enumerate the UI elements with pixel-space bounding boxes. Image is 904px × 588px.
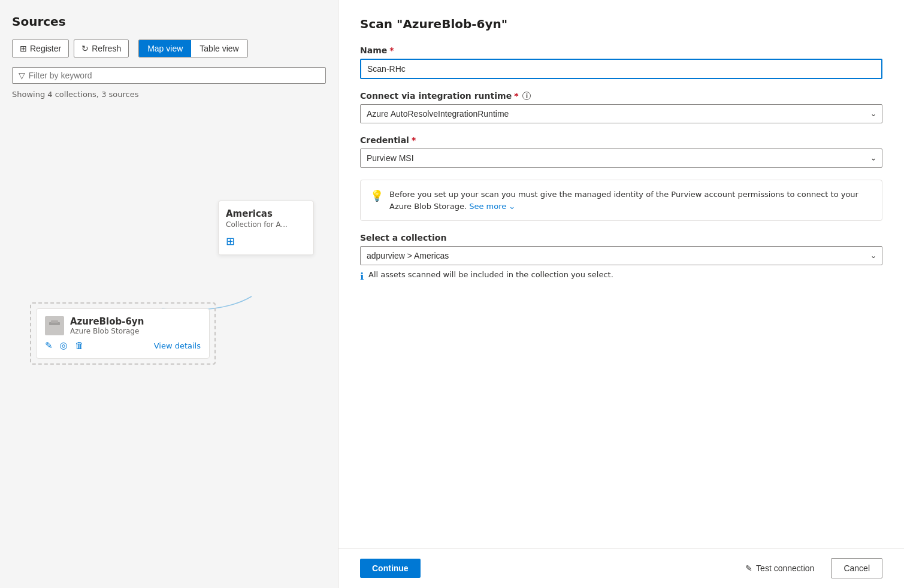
runtime-info-icon[interactable]: i <box>522 92 531 100</box>
right-footer: Continue ✎ Test connection Cancel <box>338 548 904 588</box>
runtime-field-group: Connect via integration runtime * i Azur… <box>360 91 882 123</box>
register-label: Register <box>30 44 61 53</box>
credential-label: Credential * <box>360 135 882 145</box>
test-connection-button[interactable]: ✎ Test connection <box>736 559 824 578</box>
name-field-group: Name * <box>360 46 882 79</box>
credential-required-star: * <box>412 135 416 145</box>
register-icon: ⊞ <box>20 44 27 53</box>
americas-card-subtitle: Collection for A... <box>226 220 306 229</box>
bulb-icon: 💡 <box>370 189 383 202</box>
blob-storage-icon <box>45 316 64 335</box>
runtime-select[interactable]: Azure AutoResolveIntegrationRuntime <box>360 104 882 123</box>
blob-card: AzureBlob-6yn Azure Blob Storage ✎ ◎ 🗑 V… <box>36 308 210 359</box>
refresh-icon: ↻ <box>81 44 89 53</box>
refresh-button[interactable]: ↻ Refresh <box>74 40 129 57</box>
continue-button[interactable]: Continue <box>360 559 421 578</box>
credential-select[interactable]: Purview MSI <box>360 148 882 168</box>
name-label: Name * <box>360 46 882 55</box>
runtime-required-star: * <box>514 91 518 101</box>
collection-info: ℹ All assets scanned will be included in… <box>360 270 882 282</box>
table-view-label: Table view <box>199 44 238 53</box>
name-input[interactable] <box>360 59 882 79</box>
runtime-select-wrapper: Azure AutoResolveIntegrationRuntime ⌄ <box>360 104 882 123</box>
edit-icon[interactable]: ✎ <box>45 340 53 351</box>
credential-field-group: Credential * Purview MSI ⌄ <box>360 135 882 168</box>
collection-field-group: Select a collection adpurview > Americas… <box>360 233 882 282</box>
view-toggle: Map view Table view <box>138 40 248 57</box>
americas-card: Americas Collection for A... ⊞ <box>218 201 314 255</box>
see-more-link[interactable]: See more ⌄ <box>469 202 515 211</box>
test-connection-label: Test connection <box>756 563 814 573</box>
americas-grid-icon: ⊞ <box>226 235 306 247</box>
blob-card-header: AzureBlob-6yn Azure Blob Storage <box>45 316 201 335</box>
page-title: Sources <box>12 14 326 29</box>
view-details-link[interactable]: View details <box>154 341 201 350</box>
americas-card-title: Americas <box>226 208 306 219</box>
name-required-star: * <box>389 46 394 55</box>
toolbar: ⊞ Register ↻ Refresh Map view Table view <box>12 40 326 57</box>
collection-select[interactable]: adpurview > Americas <box>360 246 882 265</box>
table-view-button[interactable]: Table view <box>191 40 247 57</box>
blob-card-name: AzureBlob-6yn <box>70 316 144 327</box>
collection-label: Select a collection <box>360 233 882 243</box>
credential-select-wrapper: Purview MSI ⌄ <box>360 148 882 168</box>
right-panel: Scan "AzureBlob-6yn" Name * Connect via … <box>338 0 904 588</box>
map-area: Americas Collection for A... ⊞ <box>12 105 326 588</box>
blob-card-info: AzureBlob-6yn Azure Blob Storage <box>70 316 144 335</box>
register-button[interactable]: ⊞ Register <box>12 40 69 57</box>
map-view-label: Map view <box>147 44 183 53</box>
filter-box[interactable]: ▽ <box>12 67 326 84</box>
collection-info-icon: ℹ <box>360 271 364 282</box>
left-panel: Sources ⊞ Register ↻ Refresh Map view Ta… <box>0 0 338 588</box>
count-text: Showing 4 collections, 3 sources <box>12 90 326 99</box>
delete-icon[interactable]: 🗑 <box>75 340 84 351</box>
right-content: Scan "AzureBlob-6yn" Name * Connect via … <box>338 0 904 548</box>
filter-icon: ▽ <box>19 71 25 80</box>
cancel-button[interactable]: Cancel <box>831 558 882 578</box>
info-box-text: Before you set up your scan you must giv… <box>389 189 872 212</box>
blob-card-wrapper: AzureBlob-6yn Azure Blob Storage ✎ ◎ 🗑 V… <box>30 302 216 365</box>
map-view-button[interactable]: Map view <box>139 40 191 57</box>
scan-icon[interactable]: ◎ <box>60 340 68 351</box>
refresh-label: Refresh <box>92 44 121 53</box>
info-box: 💡 Before you set up your scan you must g… <box>360 180 882 221</box>
collection-info-msg: All assets scanned will be included in t… <box>368 270 613 279</box>
test-connection-icon: ✎ <box>745 563 752 573</box>
runtime-label: Connect via integration runtime * i <box>360 91 882 101</box>
scan-title: Scan "AzureBlob-6yn" <box>360 17 882 31</box>
filter-input[interactable] <box>29 71 319 80</box>
blob-card-type: Azure Blob Storage <box>70 327 144 335</box>
collection-select-wrapper: adpurview > Americas ⌄ <box>360 246 882 265</box>
blob-card-actions: ✎ ◎ 🗑 View details <box>45 340 201 351</box>
svg-rect-2 <box>51 320 58 323</box>
